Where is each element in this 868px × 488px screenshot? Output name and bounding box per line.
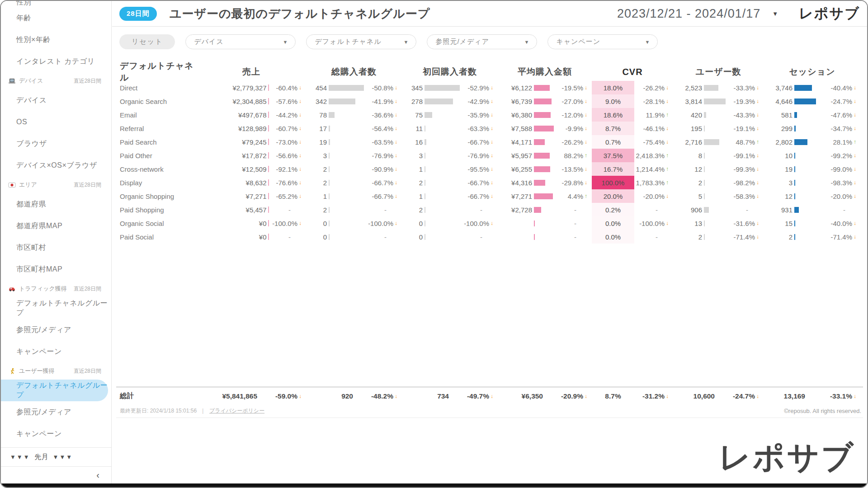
filter-dropdown-source-medium[interactable]: 参照元/メディア ▼ <box>427 34 537 49</box>
data-table: デフォルトチャネル売上総購入者数初回購入者数平均購入金額CVRユーザー数セッショ… <box>116 60 863 418</box>
sidebar-collapse-button[interactable]: ‹ <box>1 466 111 483</box>
filter-dropdown-device[interactable]: デバイス ▼ <box>185 34 296 49</box>
cvr-value: 100.0% <box>592 176 634 189</box>
filter-dropdown-default-channel[interactable]: デフォルトチャネル ▼ <box>306 34 416 49</box>
total-label: 総計 <box>116 388 197 404</box>
avg-purchase-value <box>498 230 532 244</box>
last-updated: 最終更新日: 2024/1/18 15:01:56 <box>120 407 197 415</box>
chevron-down-icon: ▼ <box>404 39 409 45</box>
column-header[interactable]: CVR <box>592 60 673 84</box>
sidebar-section-period: 直近28日間 <box>74 367 101 375</box>
filter-bar: リセット デバイス ▼ デフォルトチャネル ▼ 参照元/メディア ▼ キャンペー… <box>119 34 867 49</box>
buyers-change: -76.9%↓ <box>365 149 402 162</box>
column-header[interactable]: 総購入者数 <box>306 60 402 84</box>
sidebar-item[interactable]: 都道府県MAP <box>1 215 111 237</box>
sidebar-section-header: ユーザー獲得直近28日間 <box>1 362 111 380</box>
users-change: 48.7%↑ <box>726 135 764 149</box>
arrow-down-icon: ↓ <box>854 193 856 199</box>
sidebar-item[interactable]: ブラウザ <box>1 133 111 155</box>
cvr-value: 16.7% <box>592 162 634 176</box>
first_buyers-bar <box>423 108 461 122</box>
sidebar-item[interactable]: デバイス <box>1 89 111 111</box>
column-header[interactable]: ユーザー数 <box>673 60 764 84</box>
sales-value: ¥79,245 <box>197 135 269 149</box>
column-header[interactable]: デフォルトチャネル <box>116 60 197 84</box>
sales-change: - <box>269 230 306 244</box>
sidebar-item[interactable]: 年齢 <box>1 7 111 29</box>
prev-month-button[interactable]: ▼▼▼ 先月 ▼▼▼ <box>1 447 111 466</box>
sessions-bar <box>793 81 817 94</box>
date-range[interactable]: 2023/12/21 - 2024/01/17 <box>617 7 760 21</box>
arrow-down-icon: ↓ <box>395 193 397 199</box>
users-change: -19.1%↓ <box>726 122 764 135</box>
sales-change: -65.2%↓ <box>269 189 306 203</box>
users-value: 2 <box>673 176 702 189</box>
arrow-down-icon: ↓ <box>299 393 302 399</box>
column-header[interactable]: 初回購入者数 <box>402 60 498 84</box>
arrow-down-icon: ↓ <box>491 112 493 118</box>
avg-purchase-value: ¥6,739 <box>498 94 532 108</box>
date-caret-icon[interactable]: ▼ <box>772 10 778 17</box>
dropdown-label: デバイス <box>194 38 223 46</box>
arrow-down-icon: ↓ <box>666 139 669 145</box>
column-header[interactable]: セッション <box>764 60 861 84</box>
table-row: Email¥497,678-44.2%↓78-36.6%↓75-35.9%↓¥6… <box>116 108 863 122</box>
sessions-bar <box>793 135 817 149</box>
arrow-down-icon: ↓ <box>756 98 759 104</box>
privacy-policy-link[interactable]: プライバシーポリシー <box>209 407 264 415</box>
sidebar-item[interactable]: デフォルトチャネルグループ <box>1 297 111 319</box>
buyers-bar <box>327 149 365 162</box>
first_buyers-value: 0 <box>402 216 423 230</box>
sidebar-section-header: トラフィック獲得直近28日間 <box>1 280 111 297</box>
arrow-down-icon: ↓ <box>395 84 397 91</box>
channel-name: Cross-network <box>116 162 197 176</box>
filter-dropdown-campaign[interactable]: キャンペーン ▼ <box>547 34 658 49</box>
column-header[interactable]: 平均購入金額 <box>498 60 592 84</box>
users-value: 195 <box>673 122 702 135</box>
sessions-bar <box>793 203 817 216</box>
sidebar-item[interactable]: 都道府県 <box>1 193 111 215</box>
avg_purchase-bar <box>532 189 555 203</box>
sidebar-item[interactable]: 参照元/メディア <box>1 319 111 341</box>
total-avg_purchase: ¥6,350 <box>498 388 555 404</box>
sidebar-item[interactable]: デフォルトチャネルグループ <box>1 380 108 401</box>
sidebar-item[interactable]: 性別 <box>1 1 111 7</box>
sidebar-item[interactable]: 市区町村 <box>1 237 111 258</box>
cvr-change: 1,783.3%↑ <box>634 176 673 189</box>
arrow-up-icon: ↑ <box>854 139 856 145</box>
arrow-down-icon: ↓ <box>491 98 493 104</box>
users-change: - <box>726 203 764 216</box>
car-icon <box>8 286 16 292</box>
arrow-down-icon: ↓ <box>666 98 669 104</box>
sidebar: 性別年齢性別×年齢インタレスト カテゴリデバイス直近28日間デバイスOSブラウザ… <box>1 1 112 483</box>
avg-purchase-change: -19.5%↓ <box>555 81 592 94</box>
reset-button[interactable]: リセット <box>119 34 175 49</box>
japan-flag-icon <box>8 182 16 188</box>
arrow-down-icon: ↓ <box>854 112 856 118</box>
sidebar-item[interactable]: インタレスト カテゴリ <box>1 51 111 72</box>
users-value: 8 <box>673 149 702 162</box>
arrow-down-icon: ↓ <box>854 220 856 226</box>
arrow-down-icon: ↓ <box>299 152 302 159</box>
sidebar-item[interactable]: 市区町村MAP <box>1 258 111 280</box>
sidebar-item[interactable]: OS <box>1 111 111 133</box>
arrow-down-icon: ↓ <box>756 84 759 91</box>
sessions-bar <box>793 216 817 230</box>
arrow-down-icon: ↓ <box>666 84 669 91</box>
first_buyers-value: 0 <box>402 230 423 244</box>
sales-change: -100.0%↓ <box>269 216 306 230</box>
column-header[interactable]: 売上 <box>197 60 306 84</box>
page-header: 28日間 ユーザーの最初のデフォルトチャネルグループ 2023/12/21 - … <box>112 1 867 27</box>
sidebar-item[interactable]: キャンペーン <box>1 341 111 362</box>
avg-purchase-change: -13.5%↓ <box>555 162 592 176</box>
sidebar-item[interactable]: 性別×年齢 <box>1 29 111 51</box>
sidebar-item[interactable]: キャンペーン <box>1 423 111 445</box>
sales-change: -60.4%↓ <box>269 81 306 94</box>
sidebar-item[interactable]: デバイス×OS×ブラウザ <box>1 155 111 176</box>
sessions-change: -40.0%↓ <box>817 216 861 230</box>
sales-change: -44.2%↓ <box>269 108 306 122</box>
sales-change: -60.7%↓ <box>269 122 306 135</box>
first_buyers-change: -66.7%↓ <box>461 135 498 149</box>
runner-icon <box>8 368 16 375</box>
sidebar-item[interactable]: 参照元/メディア <box>1 401 111 423</box>
